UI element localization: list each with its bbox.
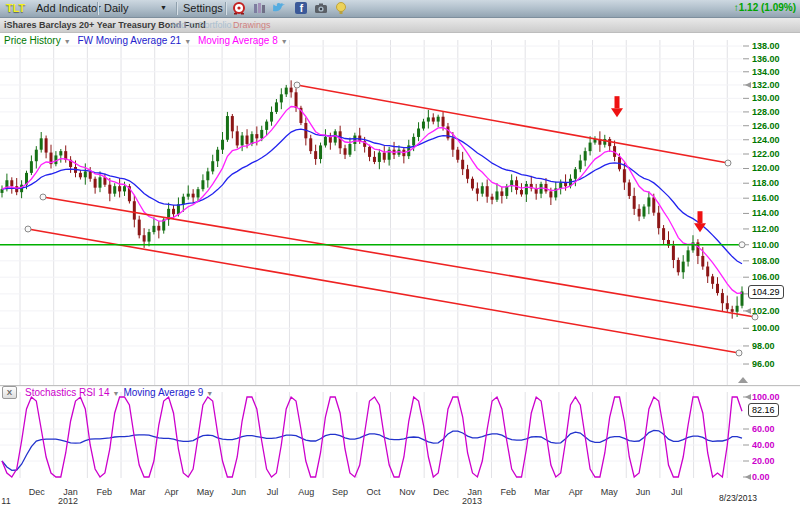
chevron-down-icon[interactable]: ▼ — [184, 38, 191, 45]
candle — [138, 220, 141, 236]
indicator-ma21[interactable]: FW Moving Average 21▼ — [77, 35, 193, 46]
settings-button[interactable]: Settings — [183, 2, 223, 14]
year-label: 11 — [1, 496, 10, 506]
drawing-handle[interactable] — [40, 194, 46, 200]
candle — [148, 232, 151, 241]
stoch-tick-label: 100.00 — [752, 392, 780, 402]
add-to-portfolio-link[interactable]: Add to Portfolio — [170, 20, 232, 30]
month-label: Apr — [569, 487, 583, 497]
candle — [525, 184, 528, 194]
candle — [422, 122, 425, 129]
down-arrow-stem — [615, 96, 620, 108]
candle — [241, 136, 244, 146]
indicator-price-history[interactable]: Price History▼ — [4, 35, 73, 46]
candle — [329, 137, 332, 143]
symbol-label[interactable]: TLT — [6, 2, 25, 14]
candle — [157, 226, 160, 231]
month-label: Feb — [96, 487, 112, 497]
close-pane-button[interactable]: X — [2, 386, 17, 399]
alerts-icon[interactable] — [232, 1, 246, 15]
pane-collapse-handle[interactable] — [738, 377, 748, 383]
candle — [40, 138, 43, 149]
chart-canvas[interactable]: 138.00136.00134.00132.00130.00128.00126.… — [0, 0, 800, 508]
chevron-down-icon[interactable]: ▼ — [281, 38, 288, 45]
candle — [437, 117, 440, 122]
candle — [319, 145, 322, 159]
last-price-box: 104.29 — [748, 285, 784, 299]
axis-marker-icon — [745, 474, 751, 480]
month-label: Dec — [433, 487, 450, 497]
price-tick-label: 116.00 — [752, 193, 779, 203]
drawing-handle[interactable] — [739, 242, 745, 248]
candle — [236, 131, 239, 145]
candle — [726, 303, 729, 309]
candle — [201, 180, 204, 189]
month-label: Jun — [636, 487, 651, 497]
candle — [652, 197, 655, 212]
candle — [461, 160, 464, 169]
drawing-handle[interactable] — [736, 350, 742, 356]
candle — [417, 129, 420, 137]
chevron-down-icon[interactable]: ▼ — [206, 390, 213, 397]
candle — [260, 130, 263, 138]
month-label: Jul — [671, 487, 683, 497]
add-indicator-button[interactable]: Add Indicator — [36, 2, 101, 14]
drawing-handle[interactable] — [25, 226, 31, 232]
drawings-menu[interactable]: Drawings — [233, 20, 271, 30]
drawing-handle[interactable] — [725, 160, 731, 166]
candle — [633, 196, 636, 209]
main-toolbar: TLT Add Indicator Daily ▼ Settings f ↑1.… — [0, 0, 800, 18]
candle — [206, 171, 209, 180]
candle — [324, 137, 327, 145]
candle — [118, 186, 121, 191]
down-arrow-marker[interactable] — [611, 96, 623, 117]
year-label: 2013 — [462, 496, 482, 506]
price-tick-label: 124.00 — [752, 135, 780, 145]
candle — [15, 186, 18, 192]
indicator-ma8[interactable]: Moving Average 8▼ — [198, 35, 288, 46]
snapshot-icon[interactable] — [314, 1, 328, 15]
chevron-down-icon[interactable]: ▼ — [64, 38, 71, 45]
interval-dropdown[interactable]: Daily — [104, 2, 128, 14]
candle — [540, 184, 543, 194]
facebook-icon[interactable]: f — [294, 1, 308, 15]
trendline[interactable] — [43, 197, 755, 317]
candle — [187, 194, 190, 197]
candle — [432, 117, 435, 121]
candle — [35, 150, 38, 162]
candle — [172, 209, 175, 214]
candle — [211, 161, 214, 171]
candle — [113, 186, 116, 193]
drawing-handle[interactable] — [752, 314, 758, 320]
month-label: Feb — [501, 487, 517, 497]
candle — [574, 169, 577, 179]
candle — [476, 188, 479, 193]
drawing-handle[interactable] — [294, 82, 300, 88]
candle — [368, 147, 371, 157]
candle — [45, 138, 48, 152]
candle — [456, 150, 459, 160]
price-tick-label: 114.00 — [752, 208, 779, 218]
twitter-icon[interactable] — [272, 1, 286, 15]
month-label: Mar — [534, 487, 550, 497]
price-tick-label: 96.00 — [752, 359, 775, 369]
news-icon[interactable] — [252, 1, 266, 15]
candle — [108, 185, 111, 194]
trendline[interactable] — [28, 229, 739, 353]
trendline[interactable] — [297, 85, 728, 163]
candle — [515, 180, 518, 190]
ideas-icon[interactable] — [334, 1, 348, 15]
candle — [657, 213, 660, 228]
chevron-down-icon[interactable]: ▼ — [160, 4, 167, 11]
chevron-down-icon[interactable]: ▼ — [112, 390, 119, 397]
candle — [344, 148, 347, 154]
stoch-tick-label: 20.00 — [752, 456, 775, 466]
down-arrow-head — [611, 108, 623, 117]
price-tick-label: 132.00 — [752, 80, 780, 90]
indicator-stoch-rsi[interactable]: Stochastics RSI 14▼ — [25, 387, 119, 398]
candle — [442, 117, 445, 127]
indicator-stoch-ma9[interactable]: Moving Average 9▼ — [123, 387, 213, 398]
candle — [99, 177, 102, 187]
month-label: Apr — [165, 487, 179, 497]
price-tick-label: 108.00 — [752, 256, 780, 266]
